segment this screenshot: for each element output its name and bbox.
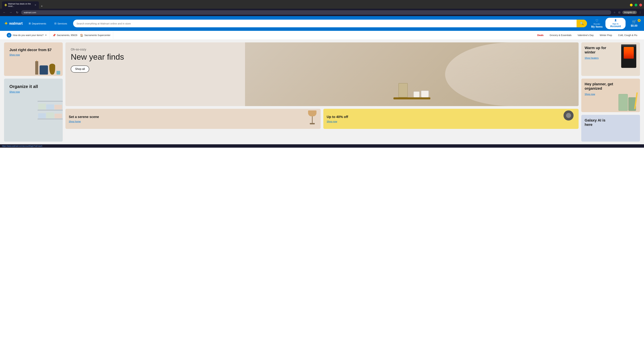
french-press xyxy=(398,83,408,97)
discount-card-title: Up to 40% off xyxy=(327,115,575,119)
tab-bar: W Walmart has deals on the most... ✕ + xyxy=(2,1,628,9)
organize-promo-card: Organize it all Shop now xyxy=(4,79,63,142)
location-zip[interactable]: 📌 Sacramento, 95829 xyxy=(52,34,77,37)
hero-shop-all-button[interactable]: Shop all xyxy=(71,65,89,72)
shelf-item-6 xyxy=(54,114,62,118)
search-button[interactable]: 🔍 xyxy=(576,19,587,27)
new-tab-button[interactable]: + xyxy=(40,4,44,9)
jar-decoration xyxy=(40,65,48,75)
hero-banner: Oh-so-cozy New year finds Shop all xyxy=(66,42,578,106)
cart-icon: 🛒 xyxy=(632,19,636,24)
shelf-bar-2 xyxy=(38,110,63,110)
cart-count-badge: 0 xyxy=(638,19,641,22)
departments-button[interactable]: ⊞ Departments xyxy=(27,21,48,26)
header-actions: ♡ Reorder My Items 👤 Sign In Account 🛒 0… xyxy=(591,18,640,29)
hero-content: Oh-so-cozy New year finds Shop all xyxy=(71,48,124,72)
vase-decoration xyxy=(49,64,55,75)
nav-link-winter-prep[interactable]: Winter Prep xyxy=(597,31,615,39)
walmart-logo[interactable]: ✦ walmart xyxy=(4,21,23,26)
candle-decoration xyxy=(35,61,38,75)
shelf-row-2 xyxy=(38,111,63,118)
vacuum-body xyxy=(564,110,574,120)
pin-icon: 📌 xyxy=(52,34,56,37)
address-input[interactable] xyxy=(21,10,611,15)
tab-title: Walmart has deals on the most... xyxy=(8,3,33,7)
cart-button[interactable]: 🛒 0 $0.00 xyxy=(628,19,640,27)
delivery-label: How do you want your items? xyxy=(13,34,44,36)
lamp-base xyxy=(310,123,315,124)
planner-card: Hey planner, get organized Shop now xyxy=(581,79,640,112)
nav-link-valentines[interactable]: Valentine's Day xyxy=(575,31,596,39)
profile-icon[interactable]: ⊡ xyxy=(618,10,621,14)
signin-label: Sign In xyxy=(610,23,621,25)
organize-shop-now-link[interactable]: Shop now xyxy=(10,90,20,93)
services-label: Services xyxy=(58,22,67,25)
tray-base xyxy=(394,97,430,99)
tab-favicon: W xyxy=(5,4,7,6)
walmart-header: ✦ walmart ⊞ Departments ⊟ Services 🔍 ♡ R… xyxy=(0,16,644,31)
close-button[interactable]: ✕ xyxy=(639,4,642,6)
shelf-decoration xyxy=(36,79,63,142)
services-grid-icon: ⊟ xyxy=(54,22,56,25)
nav-link-deals[interactable]: Deals xyxy=(535,31,546,39)
store-icon: 🏠 xyxy=(80,34,83,37)
heater-body xyxy=(621,44,636,68)
planner-shop-now-link[interactable]: Shop now xyxy=(585,93,595,95)
search-bar: 🔍 xyxy=(73,19,587,27)
decor-shop-now-link[interactable]: Shop now xyxy=(10,53,20,56)
planner-card-title: Hey planner, get organized xyxy=(585,82,613,91)
shelf-item-1 xyxy=(38,104,46,109)
left-column: Just right decor from $7 Shop now Organi… xyxy=(4,42,63,142)
store-name-text: Sacramento Supercenter xyxy=(84,34,110,36)
lamp-decoration xyxy=(307,110,317,125)
notebook-1 xyxy=(618,94,628,111)
store-location[interactable]: 🏠 Sacramento Supercenter xyxy=(80,34,110,37)
reorder-label: Reorder xyxy=(594,23,600,25)
maximize-button[interactable]: □ xyxy=(634,4,637,6)
minimize-button[interactable]: – xyxy=(630,4,632,6)
location-zip-text: Sacramento, 95829 xyxy=(57,34,77,36)
reorder-items-button[interactable]: ♡ Reorder My Items xyxy=(591,18,603,28)
lamp-shade xyxy=(308,110,316,116)
signin-text: Sign In Account xyxy=(610,23,621,28)
tab-close-button[interactable]: ✕ xyxy=(34,4,36,6)
walmart-spark-icon: ✦ xyxy=(4,21,8,26)
hero-title: New year finds xyxy=(71,53,124,61)
menu-icon[interactable]: ⋮ xyxy=(638,10,642,14)
bookmark-icon[interactable]: ☆ xyxy=(613,10,616,14)
shop-home-link[interactable]: Shop home xyxy=(69,120,317,123)
serene-card-title: Set a serene scene xyxy=(69,115,317,119)
delivery-chevron-icon: ▼ xyxy=(45,34,47,36)
shop-heaters-link[interactable]: Shop heaters xyxy=(585,57,598,59)
shelf-row-1 xyxy=(38,102,63,109)
services-button[interactable]: ⊟ Services xyxy=(52,21,69,26)
notebook-decoration xyxy=(618,91,639,111)
organize-card-content: Organize it all Shop now xyxy=(7,81,41,96)
coffee-tray xyxy=(394,79,430,99)
heater-base xyxy=(621,44,636,46)
back-button[interactable]: ← xyxy=(2,10,7,15)
nav-link-grocery[interactable]: Grocery & Essentials xyxy=(547,31,574,39)
location-info: 📌 Sacramento, 95829 🏠 Sacramento Superce… xyxy=(50,32,113,39)
hero-subtitle: Oh-so-cozy xyxy=(71,48,124,51)
lamp-pole xyxy=(312,116,312,123)
refresh-button[interactable]: ↻ xyxy=(15,10,20,15)
delivery-selector[interactable]: ◎ How do you want your items? ▼ xyxy=(4,31,50,39)
sign-in-button[interactable]: 👤 Sign In Account xyxy=(606,18,626,29)
heart-icon: ♡ xyxy=(595,18,598,23)
search-input[interactable] xyxy=(73,20,576,27)
heater-decoration xyxy=(620,44,638,73)
shelf-item-3 xyxy=(54,105,62,109)
my-items-label: My Items xyxy=(591,25,602,28)
nav-link-cold-cough[interactable]: Cold, Cough & Flu xyxy=(616,31,640,39)
knit-texture xyxy=(445,42,578,106)
forward-button[interactable]: → xyxy=(8,10,13,15)
incognito-badge[interactable]: Incognito (2) xyxy=(622,11,637,14)
delivery-icon: ◎ xyxy=(7,33,12,37)
browser-chrome: W Walmart has deals on the most... ✕ + –… xyxy=(0,0,644,9)
active-tab[interactable]: W Walmart has deals on the most... ✕ xyxy=(2,1,39,9)
coffee-cup xyxy=(421,91,429,97)
shop-now-link[interactable]: Shop now xyxy=(327,120,575,123)
discount-card: Up to 40% off Shop now xyxy=(323,109,578,129)
center-column: Oh-so-cozy New year finds Shop all Set a… xyxy=(66,42,578,142)
